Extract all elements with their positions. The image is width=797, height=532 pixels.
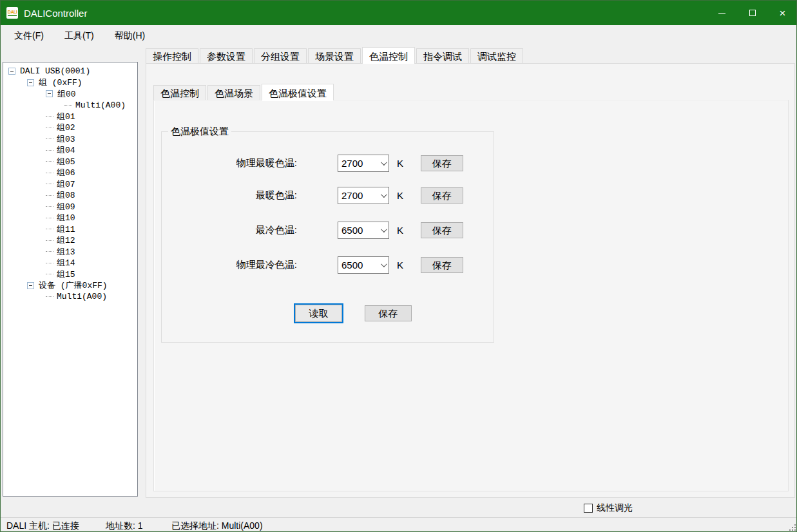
- tree-item-label: 组13: [57, 246, 75, 258]
- row-save-button[interactable]: 保存: [421, 187, 463, 204]
- tree-item-label: 组07: [57, 178, 75, 190]
- tree-connector: [46, 218, 53, 218]
- tree-item[interactable]: 设备 (广播0xFF): [3, 280, 137, 292]
- tree-item-label: 组08: [57, 189, 75, 201]
- tree-item[interactable]: 组14: [3, 258, 137, 269]
- window-controls: ×: [707, 1, 797, 25]
- chevron-down-icon[interactable]: [377, 263, 389, 267]
- tree-connector: [46, 263, 53, 263]
- titlebar: DALI DALIController ×: [1, 1, 797, 25]
- minimize-icon: [718, 13, 725, 14]
- unit-label: K: [397, 158, 403, 169]
- tree-item[interactable]: 组00: [3, 88, 137, 100]
- form-row: 最冷色温:6500K保存: [162, 221, 463, 239]
- menu-item[interactable]: 文件(F): [7, 26, 51, 46]
- tree-connector: [46, 128, 53, 128]
- row-label: 物理最冷色温:: [175, 259, 297, 271]
- maximize-button[interactable]: [737, 1, 767, 25]
- tree-item[interactable]: 组02: [3, 122, 137, 134]
- tab-色温控制[interactable]: 色温控制: [362, 47, 415, 64]
- color-temp-combobox[interactable]: 2700: [338, 155, 389, 172]
- tree-item-label: 组05: [57, 156, 75, 167]
- tab-操作控制[interactable]: 操作控制: [146, 48, 198, 64]
- chevron-glyph: [380, 191, 387, 198]
- row-save-button[interactable]: 保存: [421, 257, 463, 273]
- close-button[interactable]: ×: [767, 1, 797, 25]
- tree-item-label: Multi(A00): [57, 292, 107, 301]
- tree-connector: [46, 150, 53, 151]
- tab-分组设置[interactable]: 分组设置: [254, 48, 307, 64]
- tree-item[interactable]: 组04: [3, 145, 137, 157]
- unit-label: K: [397, 260, 403, 271]
- chevron-glyph: [380, 226, 387, 233]
- linear-dimming-label: 线性调光: [597, 502, 633, 514]
- tree-item[interactable]: 组08: [3, 190, 137, 202]
- tree-connector: [46, 138, 53, 139]
- tree-item[interactable]: 组10: [3, 213, 137, 224]
- tree-collapse-icon[interactable]: [8, 68, 15, 75]
- tree-item[interactable]: 组07: [3, 178, 137, 190]
- tree-item[interactable]: 组09: [3, 201, 137, 213]
- tree-connector: [64, 105, 72, 106]
- close-icon: ×: [780, 8, 786, 19]
- chevron-down-icon[interactable]: [377, 193, 389, 198]
- tree-item-label: 组11: [57, 223, 75, 235]
- tree-item-label: DALI USB(0001): [20, 66, 90, 76]
- subtab-色温场景[interactable]: 色温场景: [207, 85, 260, 100]
- unit-label: K: [397, 225, 403, 236]
- chevron-glyph: [380, 159, 387, 166]
- row-save-button[interactable]: 保存: [421, 155, 463, 171]
- tree-item[interactable]: 组05: [3, 156, 137, 167]
- combobox-value: 6500: [338, 260, 377, 271]
- tree-connector: [46, 206, 53, 207]
- tree-collapse-icon[interactable]: [46, 90, 53, 97]
- resize-grip[interactable]: [789, 524, 796, 531]
- color-temp-combobox[interactable]: 2700: [338, 187, 389, 204]
- form-row: 物理最冷色温:6500K保存: [162, 256, 463, 274]
- sub-tab-strip: 色温控制色温场景色温极值设置: [153, 84, 335, 100]
- color-temp-combobox[interactable]: 6500: [338, 222, 389, 239]
- tree-collapse-icon[interactable]: [27, 79, 34, 86]
- minimize-button[interactable]: [707, 1, 737, 25]
- tree-item[interactable]: 组 (0xFF): [3, 77, 137, 89]
- tree-item[interactable]: 组13: [3, 246, 137, 258]
- tree-item[interactable]: 组01: [3, 111, 137, 122]
- tab-调试监控[interactable]: 调试监控: [470, 48, 523, 64]
- tree-item[interactable]: Multi(A00): [3, 100, 137, 111]
- form-row: 物理最暖色温:2700K保存: [162, 154, 463, 172]
- tree-connector: [46, 161, 53, 162]
- tree-item[interactable]: DALI USB(0001): [3, 66, 137, 77]
- tree-item[interactable]: 组06: [3, 167, 137, 179]
- chevron-down-icon[interactable]: [377, 228, 389, 233]
- chevron-down-icon[interactable]: [377, 161, 389, 166]
- tree-collapse-icon[interactable]: [27, 282, 34, 289]
- tree-item[interactable]: 组11: [3, 223, 137, 235]
- sub-tab-page-extreme-settings: 色温极值设置 读取 保存 物理最暖色温:2700K保存最暖色温:2700K保存最…: [153, 100, 789, 491]
- tab-场景设置[interactable]: 场景设置: [308, 48, 361, 64]
- subtab-色温控制[interactable]: 色温控制: [153, 85, 206, 100]
- color-temp-combobox[interactable]: 6500: [338, 256, 389, 274]
- menu-item[interactable]: 工具(T): [57, 26, 101, 46]
- tree-item-label: 组12: [57, 234, 75, 246]
- tree-item-label: 设备 (广播0xFF): [39, 280, 108, 291]
- linear-dimming-checkbox[interactable]: [584, 504, 593, 513]
- tree-item[interactable]: 组03: [3, 133, 137, 145]
- tree-item-label: 组00: [57, 88, 76, 100]
- save-all-button[interactable]: 保存: [365, 305, 412, 321]
- row-save-button[interactable]: 保存: [421, 222, 463, 238]
- tab-指令调试[interactable]: 指令调试: [416, 48, 469, 64]
- tree-item[interactable]: 组12: [3, 235, 137, 247]
- form-row: 最暖色温:2700K保存: [162, 186, 463, 204]
- tree-item-label: 组04: [57, 144, 75, 156]
- tab-参数设置[interactable]: 参数设置: [200, 48, 253, 64]
- subtab-色温极值设置[interactable]: 色温极值设置: [262, 84, 334, 100]
- menu-item[interactable]: 帮助(H): [108, 26, 152, 46]
- linear-dimming-option[interactable]: 线性调光: [584, 502, 633, 514]
- tree-item-label: 组14: [57, 257, 75, 269]
- tree-item-label: Multi(A00): [75, 100, 126, 110]
- tree-item[interactable]: Multi(A00): [3, 291, 137, 303]
- tree-item[interactable]: 组15: [3, 269, 137, 280]
- read-button[interactable]: 读取: [295, 305, 342, 322]
- tree-connector: [46, 296, 53, 297]
- statusbar: DALI 主机: 已连接 地址数: 1 已选择地址: Multi(A00): [1, 517, 797, 532]
